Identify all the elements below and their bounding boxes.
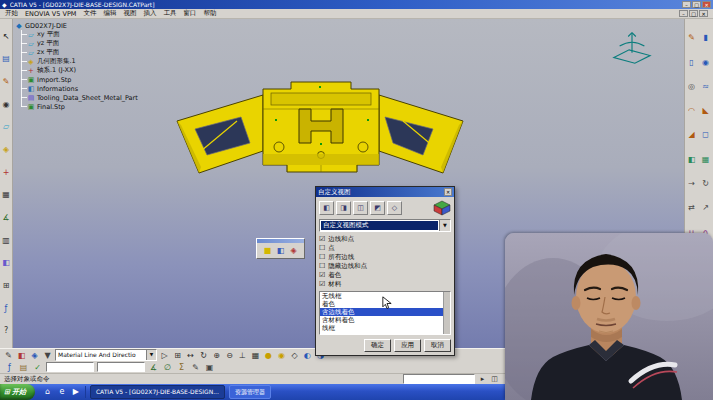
checkbox[interactable]: ☐ xyxy=(319,262,325,271)
capture-icon[interactable]: ▣ xyxy=(204,362,215,373)
rules-icon[interactable]: ▤ xyxy=(18,362,29,373)
menu-item[interactable]: 插入 xyxy=(143,9,156,18)
fx-icon[interactable]: ƒ xyxy=(4,362,15,373)
tree-item-tooling[interactable]: ▤ Tooling_Data_Sheet_Metal_Part xyxy=(27,93,138,102)
pan-icon[interactable]: ↔ xyxy=(185,350,196,361)
axis-icon[interactable]: + xyxy=(1,167,12,178)
tree-item-informations[interactable]: ◧ Informations xyxy=(27,84,138,93)
symmetry-icon[interactable]: ⇄ xyxy=(686,202,697,213)
measure-item-icon[interactable]: ∅ xyxy=(162,362,173,373)
menu-item[interactable]: 帮助 xyxy=(203,9,216,18)
power-input-icon[interactable]: ▸ xyxy=(478,375,487,384)
shaft-icon[interactable]: ◉ xyxy=(700,57,711,68)
menu-item[interactable]: 文件 xyxy=(83,9,96,18)
menu-item[interactable]: 窗口 xyxy=(183,9,196,18)
checkbox[interactable]: ☐ xyxy=(319,253,325,262)
material-cube-icon[interactable]: ◈ xyxy=(288,245,299,256)
tree-item-axis[interactable]: + 轴系.1 (J-XX) xyxy=(27,66,138,75)
dialog-close-button[interactable]: ✕ xyxy=(444,188,452,196)
menu-item[interactable]: ENOVIA V5 VPM xyxy=(25,10,76,18)
wizard-icon[interactable]: ◈ xyxy=(29,350,40,361)
shading-icon[interactable]: ● xyxy=(263,350,274,361)
formula-icon[interactable]: ƒ xyxy=(1,303,12,314)
show-desktop-icon[interactable]: ⌂ xyxy=(42,386,54,398)
shading-edges-view-icon[interactable]: ◨ xyxy=(336,201,351,215)
tree-item-yz-plane[interactable]: ▱ yz 平面 xyxy=(27,39,138,48)
menu-item[interactable]: 视图 xyxy=(123,9,136,18)
pad-icon[interactable]: ▮ xyxy=(700,32,711,43)
media-player-icon[interactable]: ▶ xyxy=(70,386,82,398)
sketcher-icon[interactable]: ✎ xyxy=(686,32,697,43)
menu-item[interactable]: 工具 xyxy=(163,9,176,18)
list-option[interactable]: 含材料着色 xyxy=(320,316,443,324)
wireframe-icon[interactable]: ◇ xyxy=(289,350,300,361)
pattern-icon[interactable]: ▦ xyxy=(700,154,711,165)
select-arrow-icon[interactable]: ↖ xyxy=(1,31,12,42)
material-line-combo[interactable]: Material Line And Directio ▼ xyxy=(55,349,157,361)
fit-all-icon[interactable]: ⊞ xyxy=(172,350,183,361)
browser-icon[interactable]: e xyxy=(56,386,68,398)
mirror-icon[interactable]: ◧ xyxy=(686,154,697,165)
view-icon[interactable]: ◉ xyxy=(1,99,12,110)
custom-view-icon[interactable]: ◇ xyxy=(387,201,402,215)
maximize-button[interactable]: □ xyxy=(692,1,701,8)
task-button[interactable]: CATIA V5 - [GD02X7J-DIE-BASE-DESIGN... xyxy=(90,385,225,399)
scale-icon[interactable]: ↗ xyxy=(700,202,711,213)
tools-icon[interactable]: ▦ xyxy=(1,189,12,200)
menu-item[interactable]: 编辑 xyxy=(103,9,116,18)
checkbox[interactable]: ☐ xyxy=(319,244,325,253)
tree-item-zx-plane[interactable]: ▱ zx 平面 xyxy=(27,48,138,57)
menu-item[interactable]: 开始 xyxy=(5,9,18,18)
render-style-combo[interactable]: 自定义视图模式 ▼ xyxy=(319,219,451,232)
minimize-button[interactable]: – xyxy=(682,1,691,8)
checks-icon[interactable]: ✓ xyxy=(32,362,43,373)
command-input[interactable] xyxy=(403,374,475,384)
filter-icon[interactable]: ▼ xyxy=(42,350,53,361)
copy-graphic-icon[interactable]: ✎ xyxy=(3,350,14,361)
zoom-out-icon[interactable]: ⊖ xyxy=(224,350,235,361)
rotate-icon[interactable]: ↻ xyxy=(700,178,711,189)
doc-minimize-button[interactable]: – xyxy=(679,10,688,17)
normal-view-icon[interactable]: ⊥ xyxy=(237,350,248,361)
tree-item-geoset[interactable]: ◈ 几何图形集.1 xyxy=(27,57,138,66)
sketch-tools-icon[interactable]: ✎ xyxy=(1,76,12,87)
tree-item-import[interactable]: ▣ Import.Stp xyxy=(27,75,138,84)
combo-arrow-icon[interactable]: ▼ xyxy=(146,350,156,360)
chamfer-icon[interactable]: ◣ xyxy=(700,105,711,116)
list-scrollbar[interactable] xyxy=(443,292,450,334)
fly-mode-icon[interactable]: ▷ xyxy=(159,350,170,361)
painter-icon[interactable]: ◧ xyxy=(16,350,27,361)
shading-edges-icon[interactable]: ◉ xyxy=(276,350,287,361)
zoom-in-icon[interactable]: ⊕ xyxy=(211,350,222,361)
layers-icon[interactable]: ▥ xyxy=(1,235,12,246)
edges-cube-icon[interactable]: ◧ xyxy=(275,245,286,256)
view-compass[interactable] xyxy=(609,27,655,67)
measure-between-icon[interactable]: ∡ xyxy=(148,362,159,373)
rib-icon[interactable]: ≈ xyxy=(700,81,711,92)
close-button[interactable]: ✕ xyxy=(702,1,711,8)
dialog-titlebar[interactable]: 自定义视图 ✕ xyxy=(316,187,454,197)
tree-root[interactable]: ◆ GD02X7J-DIE xyxy=(15,21,138,30)
annotations-icon[interactable]: ✎ xyxy=(190,362,201,373)
inertia-icon[interactable]: Σ xyxy=(176,362,187,373)
geometry-set-icon[interactable]: ◈ xyxy=(1,144,12,155)
doc-restore-button[interactable]: □ xyxy=(689,10,698,17)
wireframe-view-icon[interactable]: ◫ xyxy=(353,201,368,215)
shell-icon[interactable]: ◻ xyxy=(700,129,711,140)
dialog-option[interactable]: ☑ 着色 xyxy=(319,271,451,280)
toolbar-field[interactable] xyxy=(97,362,145,372)
checkbox[interactable]: ☑ xyxy=(319,235,325,244)
toolbar-field[interactable] xyxy=(46,362,94,372)
help-icon[interactable]: ? xyxy=(1,325,12,336)
checkbox[interactable]: ☑ xyxy=(319,271,325,280)
hidden-lines-view-icon[interactable]: ◩ xyxy=(370,201,385,215)
combo-arrow-icon[interactable]: ▼ xyxy=(439,220,450,231)
templates-icon[interactable]: ▤ xyxy=(1,53,12,64)
fillet-icon[interactable]: ◠ xyxy=(686,105,697,116)
multi-view-icon[interactable]: ▦ xyxy=(250,350,261,361)
draft-icon[interactable]: ◢ xyxy=(686,129,697,140)
dialog-option[interactable]: ☑ 材料 xyxy=(319,280,451,289)
task-button[interactable]: 资源管理器 xyxy=(229,385,271,399)
dialog-option[interactable]: ☐ 点 xyxy=(319,244,451,253)
grid-icon[interactable]: ⊞ xyxy=(1,280,12,291)
